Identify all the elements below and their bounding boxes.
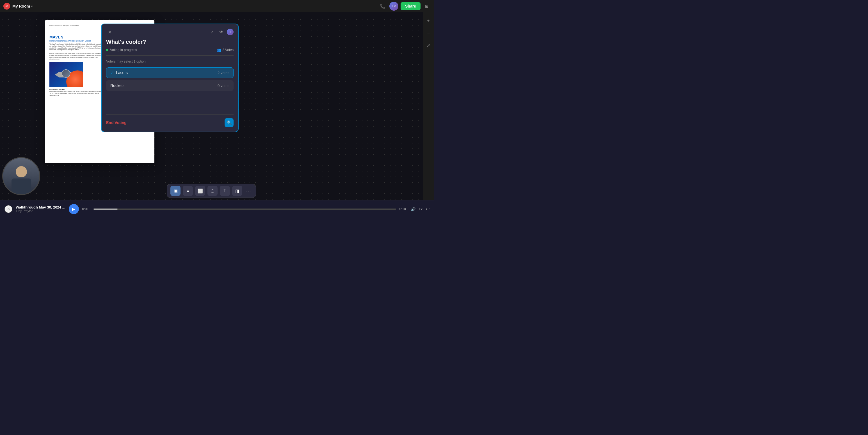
poll-end-row: End Voting 🔍: [106, 115, 234, 127]
screen-share-tool-button[interactable]: ▣: [170, 186, 181, 196]
phone-icon[interactable]: 📞: [378, 2, 387, 11]
apps-tool-button[interactable]: ⬡: [208, 186, 218, 196]
playback-speed[interactable]: 1x: [419, 207, 423, 211]
poll-option-label-rockets: Rockets: [110, 83, 125, 88]
poll-votes-rockets: 0 votes: [218, 84, 229, 88]
poll-option-lasers[interactable]: ✓ Lasers 2 votes: [106, 67, 234, 78]
share-button[interactable]: Share: [401, 2, 421, 10]
playback-close-button[interactable]: ✕: [4, 205, 12, 213]
person-body: [11, 179, 31, 195]
header-bar: ↩ My Room ▾ 📞 TP Share ⊞: [0, 0, 434, 12]
playback-info: Walkthrough May 30, 2024 ... Trey Prayto…: [16, 205, 65, 213]
poll-option-label-lasers: ✓ Lasers: [110, 70, 128, 75]
text-insert-tool-button[interactable]: T: [220, 186, 230, 196]
poll-votes-lasers: 2 votes: [218, 71, 229, 75]
avatar[interactable]: TP: [390, 2, 398, 11]
play-button[interactable]: ▶: [69, 204, 79, 214]
playback-progress-track[interactable]: [93, 209, 396, 210]
playback-current-time: 0:01: [82, 207, 90, 211]
poll-votes-count: 👥 2 Votes: [217, 48, 234, 52]
playback-progress-fill: [93, 209, 118, 210]
poll-host-avatar: T: [227, 29, 234, 35]
poll-option-text-rockets: Rockets: [110, 83, 125, 88]
text-tool-button[interactable]: ≡: [183, 186, 193, 196]
voting-status-dot: [106, 49, 108, 51]
volume-icon[interactable]: 🔊: [411, 207, 415, 211]
zoom-in-icon[interactable]: +: [425, 17, 432, 25]
poll-option-text-lasers: Lasers: [116, 70, 128, 75]
fit-screen-icon[interactable]: ⤢: [425, 41, 432, 50]
zoom-out-icon[interactable]: −: [425, 29, 432, 37]
forward-icon[interactable]: ↩: [426, 206, 430, 212]
avatar-initials: TP: [392, 4, 396, 8]
playback-title: Walkthrough May 30, 2024 ...: [16, 205, 65, 209]
self-video: [2, 157, 40, 195]
whiteboard-tool-button[interactable]: ⬜: [195, 186, 205, 196]
poll-eye-icon[interactable]: 👁: [218, 29, 224, 35]
nasa-header-text: National Aeronautics and Space Administr…: [50, 25, 79, 26]
playback-end-time: 0:10: [400, 207, 407, 211]
toolbar-more-button[interactable]: ⋯: [245, 186, 252, 196]
poll-votes-total: 2 Votes: [222, 48, 234, 52]
right-sidebar: + − ⤢: [423, 12, 434, 218]
room-name-label: My Room: [12, 4, 30, 8]
app-logo: ↩: [3, 3, 10, 9]
poll-status-label: Voting in progress: [110, 48, 137, 52]
poll-panel: ✕ ↗ 👁 T What's cooler? Voting in progres…: [101, 24, 239, 132]
mission-overview-title: MISSION OVERVIEW: [50, 88, 105, 90]
poll-instruction: Voters may select 1 option: [106, 60, 234, 63]
toolbar: ▣ ≡ ⬜ ⬡ T ◨ ⋯: [167, 184, 256, 198]
main-area: National Aeronautics and Space Administr…: [0, 12, 423, 218]
document-person-thumbnail: [62, 69, 70, 78]
poll-check-lasers: ✓: [110, 70, 114, 75]
video-frame: [3, 158, 39, 194]
poll-status-indicator: Voting in progress: [106, 48, 137, 52]
poll-close-button[interactable]: ✕: [106, 29, 113, 35]
room-title[interactable]: My Room ▾: [12, 4, 33, 8]
document-body-para2: Previous missions to Mars have shown us …: [50, 53, 105, 60]
room-chevron-icon: ▾: [31, 5, 33, 8]
poll-title: What's cooler?: [106, 39, 234, 45]
mission-overview-text: MAVEN will launch from Cape Canaveral, F…: [50, 91, 105, 97]
end-voting-button[interactable]: End Voting: [106, 120, 127, 125]
playback-bar: ✕ Walkthrough May 30, 2024 ... Trey Pray…: [0, 200, 434, 218]
person-head: [16, 166, 27, 177]
person-silhouette: [10, 166, 33, 194]
poll-divider: [106, 55, 234, 56]
poll-refresh-icon[interactable]: ↗: [209, 29, 216, 35]
document-body-para1: The Mars Atmosphere and Volatile Evoluti…: [50, 43, 105, 51]
sticky-note-tool-button[interactable]: ◨: [232, 186, 242, 196]
poll-option-rockets[interactable]: Rockets 0 votes: [106, 80, 234, 91]
playback-author: Trey Praytor: [16, 209, 65, 213]
layout-icon[interactable]: ⊞: [423, 2, 431, 10]
poll-search-button[interactable]: 🔍: [224, 118, 234, 127]
